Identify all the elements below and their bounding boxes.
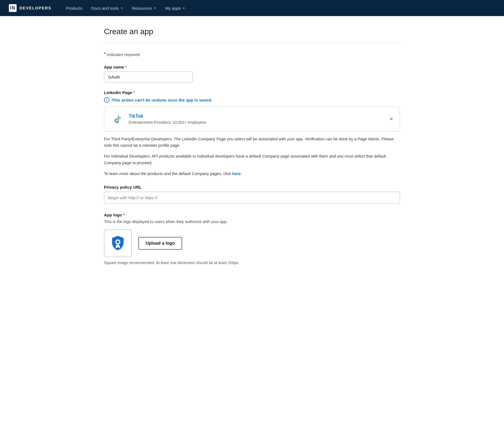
app-logo-description: This is the logo displayed to users when… [104,219,400,224]
app-name-section: App name * [104,65,400,82]
nav-item-docs[interactable]: Docs and tools ▼ [88,4,126,13]
logo-upload-row: Upload a logo [104,229,400,257]
company-name: TikTok [129,113,207,119]
app-logo-section: App logo * This is the logo displayed to… [104,213,400,265]
info-icon: i [104,97,110,103]
nav-item-myapps[interactable]: My apps ▼ [162,4,189,13]
tiktok-icon [111,113,123,125]
help-text-3: To learn more about the products and the… [104,171,400,177]
linkedin-page-section: LinkedIn Page * i This action can't be u… [104,90,400,177]
remove-company-button[interactable]: × [388,115,394,123]
undo-warning: i This action can't be undone once the a… [104,97,400,103]
resources-chevron-icon: ▼ [154,7,156,10]
myapps-chevron-icon: ▼ [182,7,185,10]
app-logo-label: App logo * [104,213,400,217]
upload-logo-button[interactable]: Upload a logo [138,237,182,250]
app-logo-required-star: * [123,213,125,217]
nav-myapps-label: My apps [165,6,181,11]
nav-docs-label: Docs and tools [91,6,119,11]
main-content: Create an app * indicates required App n… [94,16,410,296]
logo-preview [104,229,132,257]
docs-chevron-icon: ▼ [120,7,123,10]
privacy-policy-section: Privacy policy URL [104,185,400,204]
required-note: * indicates required [104,52,400,57]
nav-products-label: Products [66,6,82,11]
app-name-required-star: * [125,65,127,69]
divider [104,43,400,43]
logo-hint: Square image recommended. At least one d… [104,261,400,265]
here-link[interactable]: here [232,171,241,176]
undo-warning-text: This action can't be undone once the app… [112,98,212,102]
company-info: TikTok Entertainment Providers; 10,001+ … [129,113,207,125]
company-card: TikTok Entertainment Providers; 10,001+ … [104,107,400,131]
nav-resources-label: Resources [132,6,152,11]
app-name-input[interactable] [104,72,193,82]
company-card-left: TikTok Entertainment Providers; 10,001+ … [110,112,207,126]
privacy-policy-input[interactable] [104,192,400,204]
brand-label: DEVELOPERS [19,6,52,10]
help-text-1: For Third Party/Enterprise Developers: T… [104,136,400,149]
app-name-label: App name * [104,65,400,69]
linkedin-page-required-star: * [133,90,135,95]
linkedin-page-label: LinkedIn Page * [104,90,400,95]
brand-logo[interactable]: in DEVELOPERS [9,4,52,12]
shield-logo-icon [108,234,128,253]
required-text: indicates required [107,52,139,57]
navbar-nav: Products Docs and tools ▼ Resources ▼ My… [63,4,189,13]
linkedin-icon: in [9,4,17,12]
privacy-policy-label: Privacy policy URL [104,185,400,189]
nav-item-products[interactable]: Products [63,4,86,13]
required-star: * [104,52,106,57]
svg-point-3 [116,241,119,243]
page-title: Create an app [104,27,400,36]
navbar: in DEVELOPERS Products Docs and tools ▼ … [0,0,504,16]
nav-item-resources[interactable]: Resources ▼ [129,4,160,13]
tiktok-logo [110,112,124,126]
help-text-2: For Individual Developers: API products … [104,153,400,166]
company-meta: Entertainment Providers; 10,001+ employe… [129,120,207,125]
